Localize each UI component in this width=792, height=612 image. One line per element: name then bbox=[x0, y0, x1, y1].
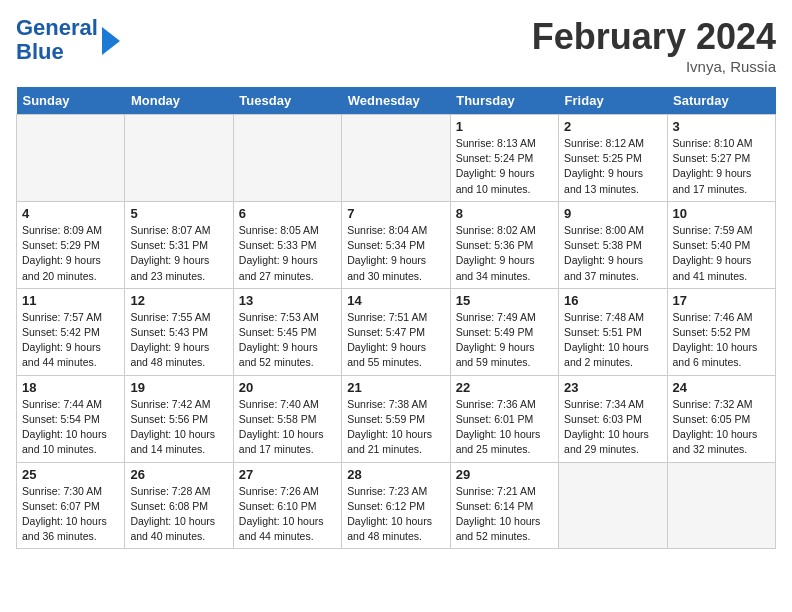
week-row: 25Sunrise: 7:30 AM Sunset: 6:07 PM Dayli… bbox=[17, 462, 776, 549]
day-info: Sunrise: 8:05 AM Sunset: 5:33 PM Dayligh… bbox=[239, 223, 336, 284]
day-number: 21 bbox=[347, 380, 444, 395]
page-header: General Blue February 2024 Ivnya, Russia bbox=[16, 16, 776, 75]
header-row: SundayMondayTuesdayWednesdayThursdayFrid… bbox=[17, 87, 776, 115]
calendar-cell: 18Sunrise: 7:44 AM Sunset: 5:54 PM Dayli… bbox=[17, 375, 125, 462]
day-number: 15 bbox=[456, 293, 553, 308]
calendar-cell: 23Sunrise: 7:34 AM Sunset: 6:03 PM Dayli… bbox=[559, 375, 667, 462]
calendar-cell: 28Sunrise: 7:23 AM Sunset: 6:12 PM Dayli… bbox=[342, 462, 450, 549]
logo-line1: General bbox=[16, 15, 98, 40]
header-cell-sunday: Sunday bbox=[17, 87, 125, 115]
day-info: Sunrise: 8:13 AM Sunset: 5:24 PM Dayligh… bbox=[456, 136, 553, 197]
calendar-cell bbox=[125, 115, 233, 202]
logo-line2: Blue bbox=[16, 39, 64, 64]
calendar-cell bbox=[233, 115, 341, 202]
day-number: 4 bbox=[22, 206, 119, 221]
calendar-cell bbox=[17, 115, 125, 202]
week-row: 1Sunrise: 8:13 AM Sunset: 5:24 PM Daylig… bbox=[17, 115, 776, 202]
day-info: Sunrise: 8:02 AM Sunset: 5:36 PM Dayligh… bbox=[456, 223, 553, 284]
calendar-cell: 15Sunrise: 7:49 AM Sunset: 5:49 PM Dayli… bbox=[450, 288, 558, 375]
day-info: Sunrise: 7:28 AM Sunset: 6:08 PM Dayligh… bbox=[130, 484, 227, 545]
header-cell-friday: Friday bbox=[559, 87, 667, 115]
month-title: February 2024 bbox=[532, 16, 776, 58]
day-number: 17 bbox=[673, 293, 770, 308]
day-number: 10 bbox=[673, 206, 770, 221]
calendar-cell: 4Sunrise: 8:09 AM Sunset: 5:29 PM Daylig… bbox=[17, 201, 125, 288]
header-cell-monday: Monday bbox=[125, 87, 233, 115]
week-row: 18Sunrise: 7:44 AM Sunset: 5:54 PM Dayli… bbox=[17, 375, 776, 462]
day-info: Sunrise: 7:34 AM Sunset: 6:03 PM Dayligh… bbox=[564, 397, 661, 458]
logo-text: General Blue bbox=[16, 16, 98, 64]
location: Ivnya, Russia bbox=[532, 58, 776, 75]
calendar-cell: 25Sunrise: 7:30 AM Sunset: 6:07 PM Dayli… bbox=[17, 462, 125, 549]
calendar-cell: 21Sunrise: 7:38 AM Sunset: 5:59 PM Dayli… bbox=[342, 375, 450, 462]
day-number: 23 bbox=[564, 380, 661, 395]
calendar-cell: 26Sunrise: 7:28 AM Sunset: 6:08 PM Dayli… bbox=[125, 462, 233, 549]
header-cell-thursday: Thursday bbox=[450, 87, 558, 115]
day-info: Sunrise: 7:36 AM Sunset: 6:01 PM Dayligh… bbox=[456, 397, 553, 458]
day-info: Sunrise: 7:23 AM Sunset: 6:12 PM Dayligh… bbox=[347, 484, 444, 545]
calendar-cell: 12Sunrise: 7:55 AM Sunset: 5:43 PM Dayli… bbox=[125, 288, 233, 375]
calendar-cell: 20Sunrise: 7:40 AM Sunset: 5:58 PM Dayli… bbox=[233, 375, 341, 462]
day-info: Sunrise: 7:53 AM Sunset: 5:45 PM Dayligh… bbox=[239, 310, 336, 371]
calendar-cell: 22Sunrise: 7:36 AM Sunset: 6:01 PM Dayli… bbox=[450, 375, 558, 462]
day-info: Sunrise: 7:48 AM Sunset: 5:51 PM Dayligh… bbox=[564, 310, 661, 371]
day-number: 9 bbox=[564, 206, 661, 221]
calendar-cell: 14Sunrise: 7:51 AM Sunset: 5:47 PM Dayli… bbox=[342, 288, 450, 375]
calendar-cell: 6Sunrise: 8:05 AM Sunset: 5:33 PM Daylig… bbox=[233, 201, 341, 288]
calendar-body: 1Sunrise: 8:13 AM Sunset: 5:24 PM Daylig… bbox=[17, 115, 776, 549]
day-number: 7 bbox=[347, 206, 444, 221]
day-number: 13 bbox=[239, 293, 336, 308]
calendar-table: SundayMondayTuesdayWednesdayThursdayFrid… bbox=[16, 87, 776, 549]
day-info: Sunrise: 8:04 AM Sunset: 5:34 PM Dayligh… bbox=[347, 223, 444, 284]
day-number: 26 bbox=[130, 467, 227, 482]
day-info: Sunrise: 8:09 AM Sunset: 5:29 PM Dayligh… bbox=[22, 223, 119, 284]
day-number: 20 bbox=[239, 380, 336, 395]
day-info: Sunrise: 7:40 AM Sunset: 5:58 PM Dayligh… bbox=[239, 397, 336, 458]
header-cell-wednesday: Wednesday bbox=[342, 87, 450, 115]
calendar-cell: 10Sunrise: 7:59 AM Sunset: 5:40 PM Dayli… bbox=[667, 201, 775, 288]
calendar-cell: 2Sunrise: 8:12 AM Sunset: 5:25 PM Daylig… bbox=[559, 115, 667, 202]
calendar-cell bbox=[342, 115, 450, 202]
calendar-cell: 13Sunrise: 7:53 AM Sunset: 5:45 PM Dayli… bbox=[233, 288, 341, 375]
day-info: Sunrise: 7:38 AM Sunset: 5:59 PM Dayligh… bbox=[347, 397, 444, 458]
day-number: 16 bbox=[564, 293, 661, 308]
calendar-cell: 8Sunrise: 8:02 AM Sunset: 5:36 PM Daylig… bbox=[450, 201, 558, 288]
day-info: Sunrise: 8:07 AM Sunset: 5:31 PM Dayligh… bbox=[130, 223, 227, 284]
calendar-cell: 11Sunrise: 7:57 AM Sunset: 5:42 PM Dayli… bbox=[17, 288, 125, 375]
calendar-cell: 7Sunrise: 8:04 AM Sunset: 5:34 PM Daylig… bbox=[342, 201, 450, 288]
day-number: 14 bbox=[347, 293, 444, 308]
day-number: 5 bbox=[130, 206, 227, 221]
calendar-cell: 1Sunrise: 8:13 AM Sunset: 5:24 PM Daylig… bbox=[450, 115, 558, 202]
week-row: 4Sunrise: 8:09 AM Sunset: 5:29 PM Daylig… bbox=[17, 201, 776, 288]
calendar-cell: 19Sunrise: 7:42 AM Sunset: 5:56 PM Dayli… bbox=[125, 375, 233, 462]
day-info: Sunrise: 7:30 AM Sunset: 6:07 PM Dayligh… bbox=[22, 484, 119, 545]
day-number: 11 bbox=[22, 293, 119, 308]
day-info: Sunrise: 7:59 AM Sunset: 5:40 PM Dayligh… bbox=[673, 223, 770, 284]
day-number: 25 bbox=[22, 467, 119, 482]
day-number: 19 bbox=[130, 380, 227, 395]
title-block: February 2024 Ivnya, Russia bbox=[532, 16, 776, 75]
header-cell-saturday: Saturday bbox=[667, 87, 775, 115]
calendar-cell: 9Sunrise: 8:00 AM Sunset: 5:38 PM Daylig… bbox=[559, 201, 667, 288]
day-info: Sunrise: 7:57 AM Sunset: 5:42 PM Dayligh… bbox=[22, 310, 119, 371]
day-info: Sunrise: 7:55 AM Sunset: 5:43 PM Dayligh… bbox=[130, 310, 227, 371]
logo-arrow-icon bbox=[102, 27, 120, 55]
day-number: 18 bbox=[22, 380, 119, 395]
calendar-cell: 17Sunrise: 7:46 AM Sunset: 5:52 PM Dayli… bbox=[667, 288, 775, 375]
day-info: Sunrise: 7:51 AM Sunset: 5:47 PM Dayligh… bbox=[347, 310, 444, 371]
calendar-cell: 16Sunrise: 7:48 AM Sunset: 5:51 PM Dayli… bbox=[559, 288, 667, 375]
day-number: 28 bbox=[347, 467, 444, 482]
day-info: Sunrise: 7:42 AM Sunset: 5:56 PM Dayligh… bbox=[130, 397, 227, 458]
day-number: 12 bbox=[130, 293, 227, 308]
day-info: Sunrise: 7:44 AM Sunset: 5:54 PM Dayligh… bbox=[22, 397, 119, 458]
day-info: Sunrise: 8:12 AM Sunset: 5:25 PM Dayligh… bbox=[564, 136, 661, 197]
day-number: 29 bbox=[456, 467, 553, 482]
calendar-cell bbox=[559, 462, 667, 549]
day-info: Sunrise: 7:21 AM Sunset: 6:14 PM Dayligh… bbox=[456, 484, 553, 545]
day-info: Sunrise: 7:46 AM Sunset: 5:52 PM Dayligh… bbox=[673, 310, 770, 371]
calendar-cell bbox=[667, 462, 775, 549]
day-number: 8 bbox=[456, 206, 553, 221]
logo: General Blue bbox=[16, 16, 120, 64]
calendar-cell: 24Sunrise: 7:32 AM Sunset: 6:05 PM Dayli… bbox=[667, 375, 775, 462]
calendar-cell: 27Sunrise: 7:26 AM Sunset: 6:10 PM Dayli… bbox=[233, 462, 341, 549]
